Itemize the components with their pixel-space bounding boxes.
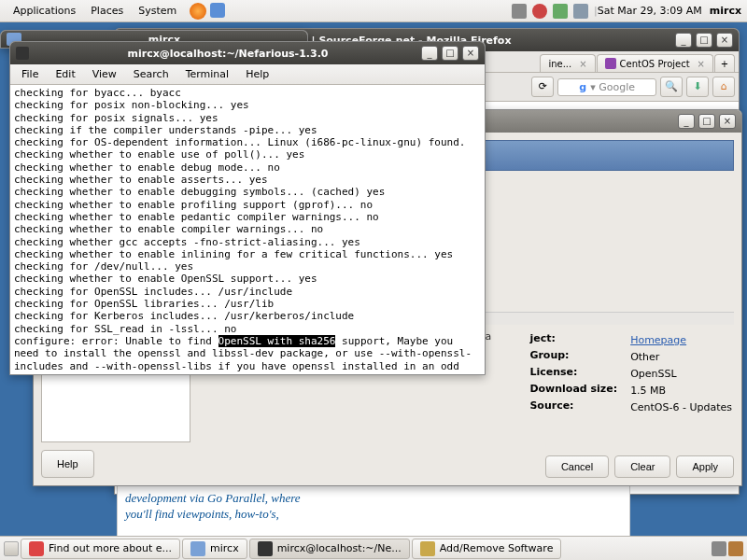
tab-close-icon[interactable]: × bbox=[579, 59, 586, 69]
update-icon[interactable] bbox=[512, 4, 527, 19]
sf-text-line: development via Go Parallel, where bbox=[125, 491, 629, 507]
network-icon[interactable] bbox=[553, 4, 568, 19]
favicon-icon bbox=[605, 58, 616, 69]
cancel-button[interactable]: Cancel bbox=[545, 455, 609, 478]
taskbar-button[interactable]: Find out more about e... bbox=[21, 539, 180, 559]
alert-icon[interactable] bbox=[532, 4, 547, 19]
tab-label: CentOS Project bbox=[620, 59, 690, 69]
close-button[interactable]: × bbox=[719, 114, 736, 129]
tab-label: ine... bbox=[548, 59, 571, 69]
minimize-button[interactable]: _ bbox=[675, 33, 692, 48]
meta-label: Source: bbox=[529, 399, 628, 414]
terminal-menubar: File Edit View Search Terminal Help bbox=[10, 64, 485, 85]
pkg-metadata: ject:Homepage Group:Other License:OpenSS… bbox=[528, 330, 734, 416]
terminal-output[interactable]: checking for byacc... byacc checking for… bbox=[10, 85, 485, 374]
help-button[interactable]: Help bbox=[41, 450, 94, 478]
package-icon bbox=[420, 541, 435, 556]
app-icon bbox=[29, 541, 44, 556]
clock[interactable]: Sat Mar 29, 3:09 AM bbox=[598, 5, 702, 17]
homepage-link[interactable]: Homepage bbox=[630, 334, 686, 346]
apply-button[interactable]: Apply bbox=[676, 455, 734, 478]
volume-icon[interactable] bbox=[573, 4, 588, 19]
task-label: mircx@localhost:~/Ne... bbox=[277, 542, 402, 554]
menu-view[interactable]: View bbox=[85, 66, 124, 82]
terminal-title: mircx@localhost:~/Nefarious-1.3.0 bbox=[35, 48, 421, 60]
home-button[interactable]: ⌂ bbox=[712, 77, 735, 97]
meta-label: License: bbox=[529, 366, 628, 381]
tab-item[interactable]: ine...× bbox=[540, 54, 595, 72]
meta-value: 1.5 MB bbox=[630, 383, 732, 398]
task-label: Find out more about e... bbox=[49, 542, 172, 554]
menu-help[interactable]: Help bbox=[238, 66, 276, 82]
menu-edit[interactable]: Edit bbox=[48, 66, 82, 82]
menu-search[interactable]: Search bbox=[126, 66, 176, 82]
email-launcher-icon[interactable] bbox=[210, 3, 225, 18]
search-button[interactable]: 🔍 bbox=[660, 77, 683, 97]
meta-value: CentOS-6 - Updates bbox=[630, 399, 732, 414]
meta-label: ject: bbox=[529, 332, 628, 347]
bottom-panel: Find out more about e... mircx mircx@loc… bbox=[0, 536, 747, 560]
downloads-button[interactable]: ⬇ bbox=[686, 77, 709, 97]
menu-places[interactable]: Places bbox=[83, 5, 131, 17]
maximize-button[interactable]: □ bbox=[696, 33, 712, 48]
taskbar-button[interactable]: Add/Remove Software bbox=[412, 539, 562, 559]
trash-icon[interactable] bbox=[728, 541, 743, 556]
search-placeholder: Google bbox=[599, 81, 635, 93]
minimize-button[interactable]: _ bbox=[678, 114, 695, 129]
terminal-window: mircx@localhost:~/Nefarious-1.3.0 _ □ × … bbox=[9, 41, 486, 375]
meta-label: Download size: bbox=[529, 383, 628, 398]
task-label: mircx bbox=[210, 542, 239, 554]
search-input[interactable]: g▾ Google bbox=[557, 78, 656, 96]
minimize-button[interactable]: _ bbox=[421, 46, 438, 61]
menu-file[interactable]: File bbox=[14, 66, 46, 82]
google-g-icon: g bbox=[579, 81, 586, 93]
user-menu[interactable]: mircx bbox=[710, 5, 741, 17]
clear-button[interactable]: Clear bbox=[614, 455, 670, 478]
workspace-switcher-icon[interactable] bbox=[712, 541, 726, 556]
taskbar-button[interactable]: mircx bbox=[182, 539, 247, 559]
sf-text-line: you'll find viewpoints, how-to's, bbox=[125, 507, 629, 523]
taskbar-button[interactable]: mircx@localhost:~/Ne... bbox=[249, 539, 410, 559]
meta-value: OpenSSL bbox=[630, 366, 732, 381]
top-panel: Applications Places System | Sat Mar 29,… bbox=[0, 0, 747, 22]
meta-label: Group: bbox=[529, 349, 628, 364]
maximize-button[interactable]: □ bbox=[442, 46, 458, 61]
maximize-button[interactable]: □ bbox=[698, 114, 715, 129]
menu-applications[interactable]: Applications bbox=[6, 5, 83, 17]
terminal-icon bbox=[16, 47, 29, 60]
tab-close-icon[interactable]: × bbox=[698, 59, 705, 69]
show-desktop-icon[interactable] bbox=[4, 541, 19, 556]
firefox-launcher-icon[interactable] bbox=[190, 3, 206, 20]
menu-system[interactable]: System bbox=[131, 5, 184, 17]
reload-button[interactable]: ⟳ bbox=[531, 77, 554, 97]
meta-value: Other bbox=[630, 349, 732, 364]
terminal-icon bbox=[258, 541, 273, 556]
close-button[interactable]: × bbox=[716, 33, 733, 48]
task-label: Add/Remove Software bbox=[440, 542, 554, 554]
new-tab-button[interactable]: + bbox=[714, 54, 735, 72]
close-button[interactable]: × bbox=[462, 46, 479, 61]
folder-icon bbox=[190, 541, 205, 556]
menu-terminal[interactable]: Terminal bbox=[178, 66, 237, 82]
tab-item[interactable]: CentOS Project× bbox=[597, 54, 713, 72]
